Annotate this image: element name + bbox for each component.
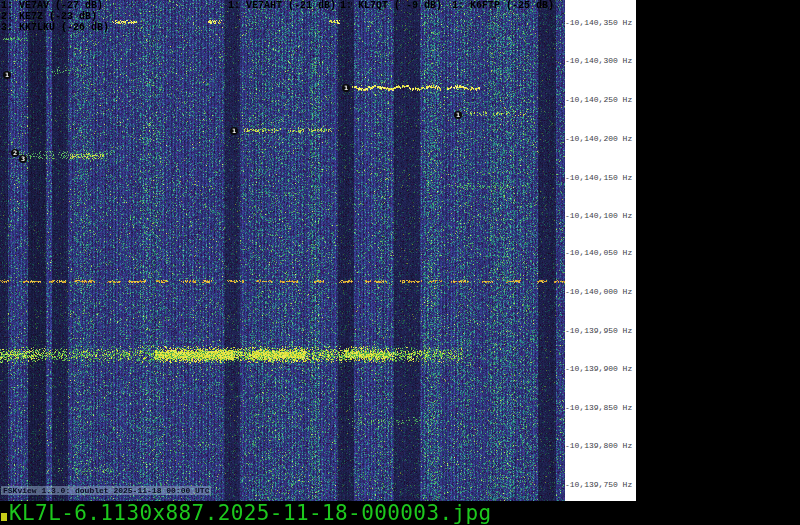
freq-tick-label: -10,139,850 Hz (565, 403, 632, 412)
freq-tick-label: -10,140,300 Hz (565, 56, 632, 65)
station-inline-label: 1: VE7AHT (-21 dB) (228, 0, 336, 11)
signal-marker-badge: 1 (3, 71, 11, 79)
freq-tick-label: -10,139,900 Hz (565, 364, 632, 373)
right-black-margin (636, 0, 800, 501)
freq-tick-label: -10,140,350 Hz (565, 18, 632, 27)
station-list-line: 3: KK7LKU (-26 dB) (1, 22, 109, 33)
terminal-cursor-block (1, 513, 7, 521)
fskview-window: -10,140,350 Hz-10,140,300 Hz-10,140,250 … (0, 0, 800, 525)
freq-tick-label: -10,140,200 Hz (565, 134, 632, 143)
station-list-line: 1: VE7AV (-27 dB) (1, 0, 103, 11)
status-line: FSKview 1.3.0: doublet 2025-11-18 00:00 … (1, 486, 211, 495)
freq-tick-label: -10,139,950 Hz (565, 326, 632, 335)
freq-tick-label: -10,139,750 Hz (565, 480, 632, 489)
freq-tick-label: -10,140,100 Hz (565, 211, 632, 220)
signal-marker-badge: 1 (342, 84, 350, 92)
signal-marker-badge: 2 (11, 149, 19, 157)
station-inline-label: 1: KL7QT ( -9 dB) (340, 0, 442, 11)
station-list-line: 2: KE7Z (-23 dB) (1, 11, 97, 22)
freq-tick-label: -10,140,050 Hz (565, 248, 632, 257)
freq-tick-label: -10,140,150 Hz (565, 173, 632, 182)
filename-text: KL7L-6.1130x887.2025-11-18-000003.jpg (9, 501, 492, 525)
frequency-axis-panel: -10,140,350 Hz-10,140,300 Hz-10,140,250 … (565, 0, 636, 501)
spectrogram-waterfall[interactable] (0, 0, 566, 501)
signal-marker-badge: 1 (230, 127, 238, 135)
freq-tick-label: -10,140,250 Hz (565, 95, 632, 104)
bottom-bar: KL7L-6.1130x887.2025-11-18-000003.jpg (0, 501, 800, 525)
freq-tick-label: -10,140,000 Hz (565, 287, 632, 296)
station-inline-label: 1: K6FTP (-25 dB) (452, 0, 554, 11)
freq-tick-label: -10,139,800 Hz (565, 441, 632, 450)
signal-marker-badge: 3 (19, 155, 27, 163)
signal-marker-badge: 1 (454, 111, 462, 119)
